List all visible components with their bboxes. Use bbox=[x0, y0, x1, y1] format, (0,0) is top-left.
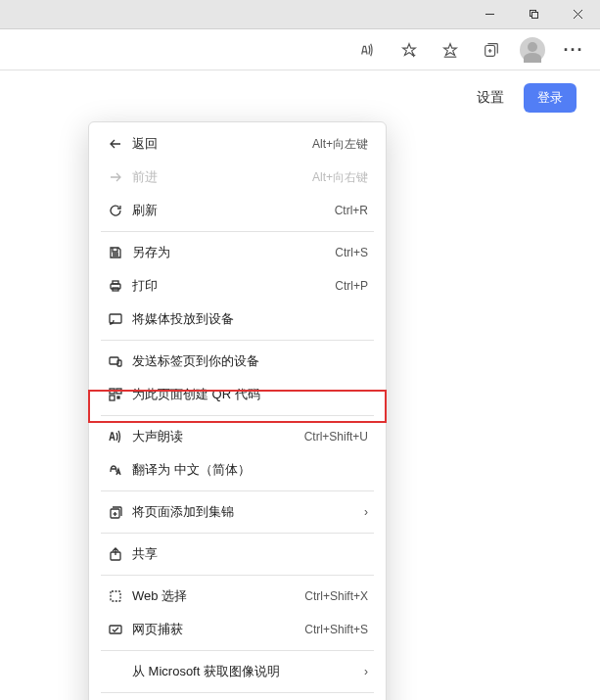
svg-rect-19 bbox=[110, 396, 115, 400]
menu-read-aloud[interactable]: 大声朗读 Ctrl+Shift+U bbox=[93, 420, 382, 453]
menu-item-label: 从 Microsoft 获取图像说明 bbox=[126, 663, 358, 680]
menu-item-label: 翻译为 中文（简体） bbox=[126, 461, 368, 479]
menu-item-label: 网页捕获 bbox=[126, 621, 304, 638]
svg-rect-18 bbox=[116, 389, 121, 394]
menu-separator bbox=[101, 415, 374, 416]
menu-add-to-collections[interactable]: 将页面添加到集锦 › bbox=[93, 495, 382, 529]
chevron-right-icon: › bbox=[364, 665, 368, 678]
share-icon bbox=[105, 546, 126, 562]
menu-item-shortcut: Ctrl+Shift+U bbox=[304, 430, 368, 443]
menu-cast[interactable]: 将媒体投放到设备 bbox=[93, 303, 382, 336]
svg-rect-2 bbox=[532, 13, 538, 19]
menu-item-shortcut: Ctrl+R bbox=[335, 204, 368, 217]
menu-refresh[interactable]: 刷新 Ctrl+R bbox=[93, 194, 382, 227]
menu-item-label: 刷新 bbox=[126, 202, 335, 219]
back-arrow-icon bbox=[105, 136, 126, 152]
read-aloud-icon bbox=[105, 429, 126, 444]
favorites-bar-icon[interactable] bbox=[432, 33, 469, 67]
menu-item-shortcut: Alt+向左键 bbox=[312, 136, 368, 153]
menu-translate[interactable]: 翻译为 中文（简体） bbox=[93, 453, 382, 487]
menu-separator bbox=[101, 692, 374, 693]
menu-print[interactable]: 打印 Ctrl+P bbox=[93, 269, 382, 303]
menu-item-label: 大声朗读 bbox=[126, 428, 304, 445]
qr-icon bbox=[105, 387, 126, 402]
page-header: 设置 登录 bbox=[0, 70, 600, 125]
menu-item-label: Web 选择 bbox=[126, 587, 304, 605]
svg-rect-26 bbox=[110, 626, 121, 633]
menu-item-shortcut: Ctrl+Shift+X bbox=[304, 589, 368, 603]
menu-separator bbox=[101, 533, 374, 534]
context-menu: 返回 Alt+向左键 前进 Alt+向右键 刷新 Ctrl+R 另存为 Ctrl… bbox=[88, 121, 387, 700]
menu-item-shortcut: Ctrl+P bbox=[335, 279, 368, 293]
menu-item-label: 共享 bbox=[126, 545, 368, 563]
print-icon bbox=[105, 278, 126, 294]
svg-rect-16 bbox=[117, 360, 121, 366]
svg-rect-12 bbox=[113, 281, 118, 284]
menu-item-label: 为此页面创建 QR 代码 bbox=[126, 386, 368, 403]
svg-rect-17 bbox=[110, 389, 115, 394]
menu-separator bbox=[101, 231, 374, 232]
menu-share[interactable]: 共享 bbox=[93, 537, 382, 571]
save-icon bbox=[105, 245, 126, 260]
menu-item-label: 前进 bbox=[126, 168, 312, 186]
menu-web-capture[interactable]: 网页捕获 Ctrl+Shift+S bbox=[93, 613, 382, 646]
login-button[interactable]: 登录 bbox=[524, 83, 577, 113]
web-capture-icon bbox=[105, 622, 126, 637]
menu-forward: 前进 Alt+向右键 bbox=[93, 161, 382, 194]
menu-item-label: 打印 bbox=[126, 277, 335, 295]
menu-item-label: 发送标签页到你的设备 bbox=[126, 352, 368, 370]
menu-qr-code[interactable]: 为此页面创建 QR 代码 bbox=[93, 378, 382, 411]
menu-separator bbox=[101, 340, 374, 341]
collections-add-icon bbox=[105, 504, 126, 520]
menu-item-label: 返回 bbox=[126, 135, 312, 153]
more-menu-icon[interactable]: ··· bbox=[555, 33, 592, 67]
svg-rect-25 bbox=[111, 591, 120, 601]
menu-ms-image-desc[interactable]: 从 Microsoft 获取图像说明 › bbox=[93, 655, 382, 688]
menu-item-label: 将媒体投放到设备 bbox=[126, 310, 368, 328]
menu-web-select[interactable]: Web 选择 Ctrl+Shift+X bbox=[93, 580, 382, 613]
translate-icon bbox=[105, 462, 126, 478]
menu-item-label: 另存为 bbox=[126, 244, 335, 261]
settings-link[interactable]: 设置 bbox=[477, 89, 504, 107]
menu-separator bbox=[101, 575, 374, 576]
chevron-right-icon: › bbox=[364, 505, 368, 519]
menu-save-as[interactable]: 另存为 Ctrl+S bbox=[93, 236, 382, 269]
close-button[interactable] bbox=[556, 0, 600, 29]
refresh-icon bbox=[105, 203, 126, 218]
web-select-icon bbox=[105, 588, 126, 604]
read-aloud-icon[interactable] bbox=[349, 33, 387, 67]
menu-item-shortcut: Ctrl+Shift+S bbox=[304, 623, 368, 636]
browser-toolbar: ··· bbox=[0, 29, 600, 70]
menu-item-shortcut: Ctrl+S bbox=[335, 246, 368, 259]
menu-separator bbox=[101, 650, 374, 651]
collections-icon[interactable] bbox=[473, 33, 510, 67]
window-titlebar bbox=[0, 0, 600, 29]
cast-icon bbox=[105, 311, 126, 327]
forward-arrow-icon bbox=[105, 169, 126, 185]
svg-rect-14 bbox=[110, 314, 121, 323]
devices-icon bbox=[105, 353, 126, 369]
menu-send-tab[interactable]: 发送标签页到你的设备 bbox=[93, 345, 382, 378]
favorite-icon[interactable] bbox=[391, 33, 428, 67]
menu-item-shortcut: Alt+向右键 bbox=[312, 169, 368, 186]
menu-separator bbox=[101, 490, 374, 491]
profile-avatar[interactable] bbox=[514, 33, 551, 67]
maximize-button[interactable] bbox=[512, 0, 556, 29]
menu-back[interactable]: 返回 Alt+向左键 bbox=[93, 127, 382, 161]
menu-item-label: 将页面添加到集锦 bbox=[126, 503, 358, 521]
minimize-button[interactable] bbox=[468, 0, 512, 29]
svg-rect-20 bbox=[117, 397, 119, 398]
